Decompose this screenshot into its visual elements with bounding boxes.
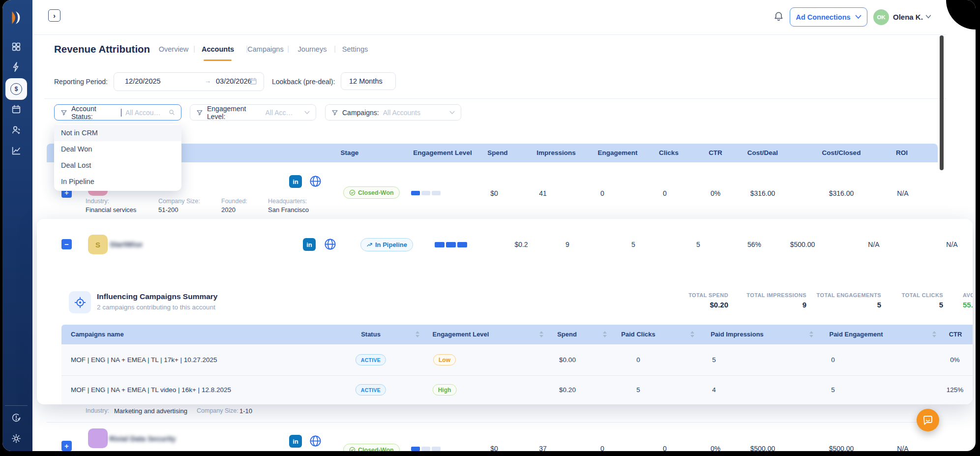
- filter-funnel-icon: [196, 109, 203, 116]
- expand-row-button[interactable]: +: [61, 441, 72, 451]
- info-value: 1-10: [239, 407, 252, 415]
- linkedin-icon[interactable]: in: [303, 238, 316, 251]
- cell-paid-engagement: 5: [831, 386, 835, 394]
- campaigns-label: Campaigns:: [342, 109, 379, 117]
- col-engagement-level: Engagement Level: [413, 144, 472, 162]
- tab-journeys[interactable]: Journeys: [298, 45, 327, 53]
- sidebar-item-revenue-active[interactable]: $: [5, 78, 27, 100]
- sidebar: $: [2, 0, 32, 451]
- info-value: Financial services: [86, 206, 136, 213]
- engagement-segment: [411, 191, 420, 195]
- lookback-label: Lookback (pre-deal):: [272, 78, 335, 86]
- reporting-period-label: Reporting Period:: [54, 78, 108, 86]
- user-name[interactable]: Olena K.: [893, 13, 923, 21]
- sort-icon[interactable]: [416, 331, 419, 337]
- calendar-picker-icon[interactable]: [249, 77, 258, 86]
- company-avatar: S: [88, 235, 108, 254]
- cell-paid-clicks: 0: [636, 356, 640, 364]
- engagement-segment: [435, 242, 445, 247]
- user-avatar[interactable]: OK: [873, 9, 889, 25]
- info-label: Headquarters:: [268, 198, 307, 205]
- chevron-down-icon: [855, 15, 861, 19]
- sort-icon[interactable]: [603, 331, 607, 337]
- dashboard-icon[interactable]: [11, 41, 22, 52]
- tab-campaigns[interactable]: Campaigns: [247, 45, 283, 53]
- cell-spend: $0.2: [514, 241, 528, 248]
- calendar-icon[interactable]: [11, 104, 22, 115]
- company-name-blurred[interactable]: Rivial Data Security: [109, 435, 176, 443]
- sort-icon[interactable]: [690, 331, 694, 337]
- info-label: Company Size:: [197, 407, 238, 414]
- window-corner: [946, 0, 976, 30]
- cell-paid-engagement: 0: [831, 356, 835, 364]
- sidebar-collapse-button[interactable]: ›: [48, 9, 60, 22]
- section-divider: [44, 98, 946, 99]
- dropdown-option-deal-lost[interactable]: Deal Lost: [54, 157, 181, 174]
- tab-overview[interactable]: Overview: [159, 45, 188, 53]
- cell-ctr: 0%: [711, 445, 720, 451]
- account-status-filter[interactable]: Account Status: All Accounts: [54, 104, 181, 121]
- col-paid-impressions[interactable]: Paid Impressions: [711, 325, 764, 344]
- tab-settings[interactable]: Settings: [342, 45, 368, 53]
- date-from[interactable]: 12/20/2025: [125, 77, 161, 85]
- reporting-period-input[interactable]: 12/20/2025 → 03/20/2026: [114, 72, 264, 91]
- engagement-level-filter[interactable]: Engagement Level: All Accou...: [190, 104, 316, 121]
- col-paid-engagement[interactable]: Paid Engagement: [829, 325, 883, 344]
- campaigns-placeholder: All Accounts: [383, 109, 420, 117]
- chat-support-button[interactable]: [917, 409, 939, 431]
- engagement-segment: [421, 191, 430, 195]
- lookback-select[interactable]: 12 Months: [341, 72, 396, 90]
- col-status[interactable]: Status: [361, 325, 381, 344]
- website-globe-icon[interactable]: [309, 434, 322, 448]
- vertical-scrollbar[interactable]: [940, 35, 944, 170]
- tab-accounts[interactable]: Accounts: [202, 45, 234, 53]
- total-spend: TOTAL SPEND$0.20: [649, 292, 728, 309]
- cell-impressions: 9: [565, 241, 569, 248]
- col-engagement-level[interactable]: Engagement Level: [433, 325, 489, 344]
- status-badge: ACTIVE: [356, 384, 386, 395]
- trend-up-icon: [366, 242, 373, 248]
- cell-spend: $0.20: [559, 386, 576, 394]
- analytics-icon[interactable]: [11, 145, 22, 156]
- ad-connections-button[interactable]: Ad Connections: [790, 7, 867, 27]
- sort-icon[interactable]: [539, 331, 543, 337]
- cell-roi: N/A: [897, 445, 908, 451]
- col-spend[interactable]: Spend: [557, 325, 577, 344]
- engagement-segment: [457, 242, 467, 247]
- settings-gear-icon[interactable]: [11, 433, 22, 444]
- sort-icon[interactable]: [809, 331, 813, 337]
- cell-cost-closed: N/A: [868, 241, 879, 248]
- website-globe-icon[interactable]: [324, 238, 337, 251]
- col-paid-clicks[interactable]: Paid Clicks: [621, 325, 655, 344]
- campaigns-filter[interactable]: Campaigns: All Accounts: [325, 104, 461, 121]
- cell-ctr: 0%: [711, 189, 720, 197]
- collapse-row-button[interactable]: −: [61, 239, 72, 249]
- col-campaigns-name: Campaigns name: [71, 325, 124, 344]
- notifications-bell-icon[interactable]: [773, 11, 784, 22]
- sidebar-footer-divider: [5, 405, 28, 406]
- active-tab-underline: [204, 60, 232, 61]
- search-icon: [169, 109, 175, 116]
- company-name-blurred[interactable]: StartWise: [110, 241, 143, 248]
- website-globe-icon[interactable]: [309, 175, 322, 188]
- dollar-circle-icon: $: [10, 83, 22, 95]
- dropdown-option-deal-won[interactable]: Deal Won: [54, 141, 181, 157]
- account-status-dropdown: Not in CRM Deal Won Deal Lost In Pipelin…: [54, 124, 181, 191]
- tab-separator: |: [334, 45, 336, 53]
- date-to[interactable]: 03/20/2026: [216, 77, 252, 85]
- automations-icon[interactable]: [11, 61, 22, 72]
- cell-cost-closed: $500.00: [829, 445, 854, 451]
- user-menu-chevron-icon[interactable]: [925, 15, 931, 19]
- campaign-name: MOF | ENG | NA + EMEA | TL | 17k+ | 10.2…: [71, 356, 217, 364]
- linkedin-icon[interactable]: in: [289, 435, 302, 448]
- linkedin-icon[interactable]: in: [289, 175, 302, 188]
- dropdown-option-in-pipeline[interactable]: In Pipeline: [54, 174, 181, 190]
- cell-spend: $0: [490, 189, 498, 197]
- info-label: Industry:: [86, 407, 109, 414]
- cell-cost-deal: $500.00: [790, 241, 815, 248]
- audiences-icon[interactable]: [11, 124, 22, 136]
- system-status-icon[interactable]: [11, 412, 22, 423]
- dropdown-option-not-in-crm[interactable]: Not in CRM: [54, 125, 181, 141]
- col-cost-closed: Cost/Closed: [822, 144, 861, 162]
- sort-icon[interactable]: [932, 331, 936, 337]
